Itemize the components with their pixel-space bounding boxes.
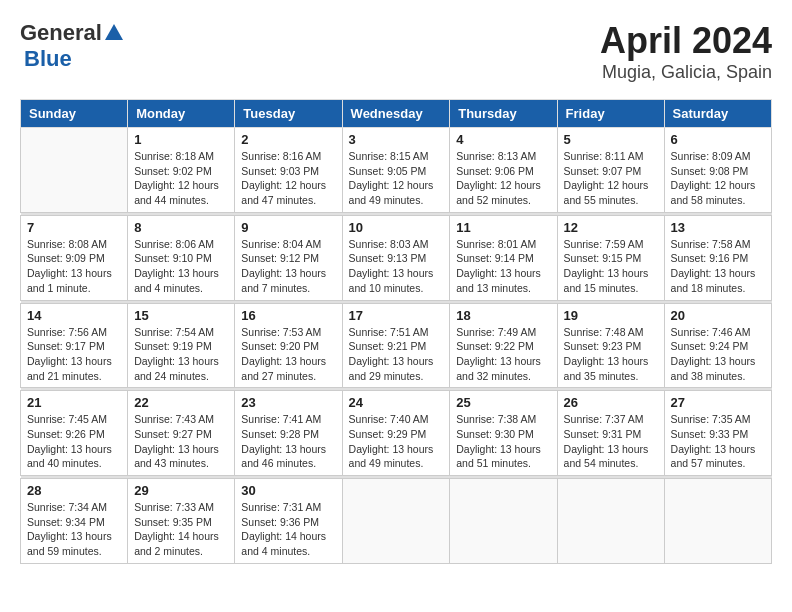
day-number: 16 — [241, 308, 335, 323]
day-info: Sunrise: 7:56 AM Sunset: 9:17 PM Dayligh… — [27, 325, 121, 384]
logo-blue: Blue — [24, 46, 72, 71]
logo: General Blue — [20, 20, 126, 72]
calendar-week-row: 1Sunrise: 8:18 AM Sunset: 9:02 PM Daylig… — [21, 128, 772, 213]
weekday-header-cell: Sunday — [21, 100, 128, 128]
day-info: Sunrise: 7:40 AM Sunset: 9:29 PM Dayligh… — [349, 412, 444, 471]
day-info: Sunrise: 7:53 AM Sunset: 9:20 PM Dayligh… — [241, 325, 335, 384]
day-info: Sunrise: 8:08 AM Sunset: 9:09 PM Dayligh… — [27, 237, 121, 296]
day-info: Sunrise: 7:49 AM Sunset: 9:22 PM Dayligh… — [456, 325, 550, 384]
day-number: 21 — [27, 395, 121, 410]
day-number: 18 — [456, 308, 550, 323]
day-number: 20 — [671, 308, 765, 323]
day-info: Sunrise: 7:59 AM Sunset: 9:15 PM Dayligh… — [564, 237, 658, 296]
day-info: Sunrise: 7:38 AM Sunset: 9:30 PM Dayligh… — [456, 412, 550, 471]
title-block: April 2024 Mugia, Galicia, Spain — [600, 20, 772, 83]
day-number: 10 — [349, 220, 444, 235]
weekday-header-cell: Saturday — [664, 100, 771, 128]
calendar-day-cell: 25Sunrise: 7:38 AM Sunset: 9:30 PM Dayli… — [450, 391, 557, 476]
calendar-day-cell — [21, 128, 128, 213]
calendar-day-cell: 15Sunrise: 7:54 AM Sunset: 9:19 PM Dayli… — [128, 303, 235, 388]
calendar-day-cell — [664, 479, 771, 564]
day-info: Sunrise: 8:18 AM Sunset: 9:02 PM Dayligh… — [134, 149, 228, 208]
logo-icon — [103, 22, 125, 44]
day-info: Sunrise: 7:41 AM Sunset: 9:28 PM Dayligh… — [241, 412, 335, 471]
day-number: 1 — [134, 132, 228, 147]
day-info: Sunrise: 8:15 AM Sunset: 9:05 PM Dayligh… — [349, 149, 444, 208]
day-number: 15 — [134, 308, 228, 323]
calendar-day-cell: 7Sunrise: 8:08 AM Sunset: 9:09 PM Daylig… — [21, 215, 128, 300]
calendar-day-cell: 24Sunrise: 7:40 AM Sunset: 9:29 PM Dayli… — [342, 391, 450, 476]
day-info: Sunrise: 7:46 AM Sunset: 9:24 PM Dayligh… — [671, 325, 765, 384]
day-info: Sunrise: 7:33 AM Sunset: 9:35 PM Dayligh… — [134, 500, 228, 559]
calendar-day-cell — [450, 479, 557, 564]
day-info: Sunrise: 8:13 AM Sunset: 9:06 PM Dayligh… — [456, 149, 550, 208]
day-number: 29 — [134, 483, 228, 498]
day-number: 6 — [671, 132, 765, 147]
calendar-day-cell: 1Sunrise: 8:18 AM Sunset: 9:02 PM Daylig… — [128, 128, 235, 213]
day-number: 25 — [456, 395, 550, 410]
day-number: 27 — [671, 395, 765, 410]
calendar-day-cell: 30Sunrise: 7:31 AM Sunset: 9:36 PM Dayli… — [235, 479, 342, 564]
day-info: Sunrise: 7:58 AM Sunset: 9:16 PM Dayligh… — [671, 237, 765, 296]
day-number: 5 — [564, 132, 658, 147]
day-number: 22 — [134, 395, 228, 410]
day-info: Sunrise: 8:01 AM Sunset: 9:14 PM Dayligh… — [456, 237, 550, 296]
calendar-table: SundayMondayTuesdayWednesdayThursdayFrid… — [20, 99, 772, 564]
day-info: Sunrise: 7:43 AM Sunset: 9:27 PM Dayligh… — [134, 412, 228, 471]
day-info: Sunrise: 7:34 AM Sunset: 9:34 PM Dayligh… — [27, 500, 121, 559]
day-info: Sunrise: 8:16 AM Sunset: 9:03 PM Dayligh… — [241, 149, 335, 208]
day-info: Sunrise: 7:31 AM Sunset: 9:36 PM Dayligh… — [241, 500, 335, 559]
day-number: 7 — [27, 220, 121, 235]
day-number: 4 — [456, 132, 550, 147]
calendar-day-cell: 2Sunrise: 8:16 AM Sunset: 9:03 PM Daylig… — [235, 128, 342, 213]
day-number: 28 — [27, 483, 121, 498]
weekday-header-row: SundayMondayTuesdayWednesdayThursdayFrid… — [21, 100, 772, 128]
weekday-header-cell: Thursday — [450, 100, 557, 128]
calendar-day-cell: 23Sunrise: 7:41 AM Sunset: 9:28 PM Dayli… — [235, 391, 342, 476]
day-number: 30 — [241, 483, 335, 498]
calendar-day-cell: 16Sunrise: 7:53 AM Sunset: 9:20 PM Dayli… — [235, 303, 342, 388]
day-number: 3 — [349, 132, 444, 147]
calendar-day-cell: 22Sunrise: 7:43 AM Sunset: 9:27 PM Dayli… — [128, 391, 235, 476]
calendar-body: 1Sunrise: 8:18 AM Sunset: 9:02 PM Daylig… — [21, 128, 772, 564]
calendar-day-cell: 11Sunrise: 8:01 AM Sunset: 9:14 PM Dayli… — [450, 215, 557, 300]
day-info: Sunrise: 7:54 AM Sunset: 9:19 PM Dayligh… — [134, 325, 228, 384]
calendar-day-cell: 13Sunrise: 7:58 AM Sunset: 9:16 PM Dayli… — [664, 215, 771, 300]
svg-marker-0 — [105, 24, 123, 40]
day-number: 14 — [27, 308, 121, 323]
logo-general: General — [20, 20, 102, 46]
calendar-day-cell: 12Sunrise: 7:59 AM Sunset: 9:15 PM Dayli… — [557, 215, 664, 300]
month-title: April 2024 — [600, 20, 772, 62]
day-number: 2 — [241, 132, 335, 147]
day-info: Sunrise: 8:03 AM Sunset: 9:13 PM Dayligh… — [349, 237, 444, 296]
weekday-header-cell: Monday — [128, 100, 235, 128]
day-info: Sunrise: 7:37 AM Sunset: 9:31 PM Dayligh… — [564, 412, 658, 471]
calendar-day-cell: 4Sunrise: 8:13 AM Sunset: 9:06 PM Daylig… — [450, 128, 557, 213]
calendar-day-cell: 9Sunrise: 8:04 AM Sunset: 9:12 PM Daylig… — [235, 215, 342, 300]
day-number: 11 — [456, 220, 550, 235]
day-number: 24 — [349, 395, 444, 410]
day-info: Sunrise: 8:06 AM Sunset: 9:10 PM Dayligh… — [134, 237, 228, 296]
calendar-day-cell: 10Sunrise: 8:03 AM Sunset: 9:13 PM Dayli… — [342, 215, 450, 300]
calendar-week-row: 28Sunrise: 7:34 AM Sunset: 9:34 PM Dayli… — [21, 479, 772, 564]
calendar-week-row: 7Sunrise: 8:08 AM Sunset: 9:09 PM Daylig… — [21, 215, 772, 300]
day-info: Sunrise: 8:09 AM Sunset: 9:08 PM Dayligh… — [671, 149, 765, 208]
page-header: General Blue April 2024 Mugia, Galicia, … — [20, 20, 772, 83]
day-number: 26 — [564, 395, 658, 410]
day-number: 12 — [564, 220, 658, 235]
calendar-day-cell: 18Sunrise: 7:49 AM Sunset: 9:22 PM Dayli… — [450, 303, 557, 388]
day-number: 9 — [241, 220, 335, 235]
weekday-header-cell: Wednesday — [342, 100, 450, 128]
calendar-day-cell — [342, 479, 450, 564]
calendar-day-cell: 29Sunrise: 7:33 AM Sunset: 9:35 PM Dayli… — [128, 479, 235, 564]
calendar-week-row: 14Sunrise: 7:56 AM Sunset: 9:17 PM Dayli… — [21, 303, 772, 388]
day-number: 19 — [564, 308, 658, 323]
day-info: Sunrise: 8:04 AM Sunset: 9:12 PM Dayligh… — [241, 237, 335, 296]
day-number: 13 — [671, 220, 765, 235]
calendar-day-cell: 3Sunrise: 8:15 AM Sunset: 9:05 PM Daylig… — [342, 128, 450, 213]
calendar-day-cell: 28Sunrise: 7:34 AM Sunset: 9:34 PM Dayli… — [21, 479, 128, 564]
day-info: Sunrise: 7:45 AM Sunset: 9:26 PM Dayligh… — [27, 412, 121, 471]
day-info: Sunrise: 8:11 AM Sunset: 9:07 PM Dayligh… — [564, 149, 658, 208]
calendar-day-cell: 20Sunrise: 7:46 AM Sunset: 9:24 PM Dayli… — [664, 303, 771, 388]
calendar-day-cell: 21Sunrise: 7:45 AM Sunset: 9:26 PM Dayli… — [21, 391, 128, 476]
